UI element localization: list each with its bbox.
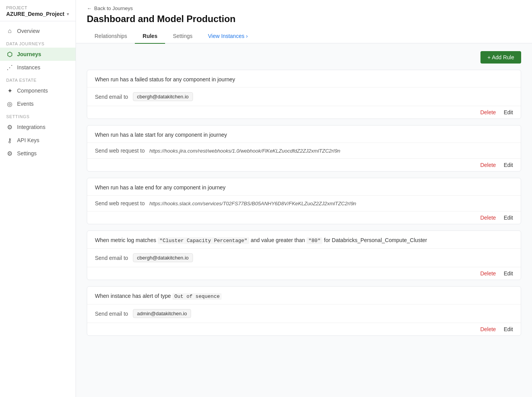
project-label: Project xyxy=(6,5,69,10)
delete-button-3[interactable]: Delete xyxy=(480,215,496,221)
rule-footer-3: Delete Edit xyxy=(87,211,521,224)
api-keys-icon: ⚷ xyxy=(6,137,13,144)
delete-button-4[interactable]: Delete xyxy=(480,270,496,277)
tab-relationships[interactable]: Relationships xyxy=(87,29,135,44)
tabs-bar: Relationships Rules Settings View Instan… xyxy=(87,29,521,44)
sidebar-label-journeys: Journeys xyxy=(17,51,41,57)
sidebar-section-data-journeys: Data Journeys xyxy=(0,38,76,48)
tab-rules[interactable]: Rules xyxy=(135,29,165,44)
rule-action-value-5: admin@datakitchen.io xyxy=(133,309,191,318)
sidebar-item-overview[interactable]: ⌂ Overview xyxy=(0,24,76,38)
rule-condition-prefix-5: When instance has alert of type xyxy=(95,293,172,299)
sidebar-label-components: Components xyxy=(17,88,48,94)
rules-content: + Add Rule When run has a failed status … xyxy=(76,43,532,397)
rule-footer-5: Delete Edit xyxy=(87,323,521,335)
tab-settings[interactable]: Settings xyxy=(165,29,200,44)
rule-action-label-2: Send web request to xyxy=(95,148,145,154)
tab-view-instances[interactable]: View Instances › xyxy=(200,29,256,44)
chevron-right-icon: › xyxy=(246,33,248,39)
sidebar-label-overview: Overview xyxy=(17,28,40,34)
main-header: ← Back to Journeys Dashboard and Model P… xyxy=(76,0,532,43)
back-link[interactable]: ← Back to Journeys xyxy=(87,0,133,13)
sidebar: Project AZURE_Demo_Project ▼ ⌂ Overview … xyxy=(0,0,76,397)
sidebar-nav: ⌂ Overview Data Journeys ⬡ Journeys ⋰ In… xyxy=(0,21,76,163)
edit-button-2[interactable]: Edit xyxy=(504,162,513,168)
sidebar-item-integrations[interactable]: ⚙ Integrations xyxy=(0,120,76,134)
home-icon: ⌂ xyxy=(6,27,13,34)
sidebar-label-instances: Instances xyxy=(17,64,40,70)
rule-card-1: When run has a failed status for any com… xyxy=(87,70,521,119)
sidebar-item-instances[interactable]: ⋰ Instances xyxy=(0,61,76,74)
chevron-down-icon: ▼ xyxy=(66,12,70,16)
settings-icon: ⚙ xyxy=(6,150,13,157)
view-instances-label: View Instances xyxy=(208,33,244,39)
instances-icon: ⋰ xyxy=(6,64,13,71)
rule-header-4: When metric log matches "Cluster Capacit… xyxy=(87,231,521,249)
rule-action-2: Send web request to https://hooks.jira.c… xyxy=(87,143,521,159)
components-icon: ✦ xyxy=(6,87,13,94)
add-rule-button[interactable]: + Add Rule xyxy=(480,51,521,64)
rule-condition-mid-4: and value greater than xyxy=(249,237,306,243)
sidebar-item-settings[interactable]: ⚙ Settings xyxy=(0,147,76,160)
rule-action-label-1: Send email to xyxy=(95,94,128,100)
rule-card-5: When instance has alert of type Out of s… xyxy=(87,286,521,336)
rule-condition-suffix-4: for Databricks_Personal_Compute_Cluster xyxy=(322,237,427,243)
rule-card-3: When run has a late end for any componen… xyxy=(87,178,521,224)
delete-button-1[interactable]: Delete xyxy=(480,109,496,115)
edit-button-5[interactable]: Edit xyxy=(504,326,513,332)
rule-card-2: When run has a late start for any compon… xyxy=(87,125,521,172)
rule-action-value-4: cbergh@datakitchen.io xyxy=(133,253,193,262)
sidebar-section-data-estate: Data Estate xyxy=(0,74,76,84)
rule-header-3: When run has a late end for any componen… xyxy=(87,178,521,196)
rule-card-4: When metric log matches "Cluster Capacit… xyxy=(87,230,521,280)
project-name-selector[interactable]: AZURE_Demo_Project ▼ xyxy=(6,11,69,17)
rule-action-url-2: https://hooks.jira.com/rest/webhooks/1.0… xyxy=(149,148,340,154)
sidebar-item-components[interactable]: ✦ Components xyxy=(0,84,76,97)
delete-button-2[interactable]: Delete xyxy=(480,162,496,168)
rule-header-2: When run has a late start for any compon… xyxy=(87,125,521,143)
sidebar-label-integrations: Integrations xyxy=(17,124,45,130)
rule-header-5: When instance has alert of type Out of s… xyxy=(87,287,521,304)
journeys-icon: ⬡ xyxy=(6,51,13,58)
sidebar-item-events[interactable]: ◎ Events xyxy=(0,97,76,110)
edit-button-1[interactable]: Edit xyxy=(504,109,513,115)
rule-footer-4: Delete Edit xyxy=(87,267,521,280)
rule-action-value-1: cbergh@datakitchen.io xyxy=(133,92,193,101)
sidebar-label-api-keys: API Keys xyxy=(17,137,40,143)
rule-footer-2: Delete Edit xyxy=(87,159,521,171)
sidebar-section-settings: Settings xyxy=(0,110,76,120)
back-arrow-icon: ← xyxy=(87,5,92,11)
edit-button-3[interactable]: Edit xyxy=(504,215,513,221)
sidebar-project: Project AZURE_Demo_Project ▼ xyxy=(0,0,76,21)
edit-button-4[interactable]: Edit xyxy=(504,270,513,277)
rule-action-5: Send email to admin@datakitchen.io xyxy=(87,304,521,323)
rule-action-4: Send email to cbergh@datakitchen.io xyxy=(87,249,521,267)
sidebar-label-events: Events xyxy=(17,101,34,107)
events-icon: ◎ xyxy=(6,100,13,107)
sidebar-item-api-keys[interactable]: ⚷ API Keys xyxy=(0,134,76,147)
rule-condition-3: When run has a late end for any componen… xyxy=(95,184,226,191)
sidebar-item-journeys[interactable]: ⬡ Journeys xyxy=(0,48,76,61)
delete-button-5[interactable]: Delete xyxy=(480,326,496,332)
project-name: AZURE_Demo_Project xyxy=(6,11,64,17)
rule-condition-2: When run has a late start for any compon… xyxy=(95,132,227,138)
back-link-text: Back to Journeys xyxy=(94,5,133,11)
rule-condition-code1-4: "Cluster Capacity Percentage" xyxy=(158,237,249,244)
main-content: ← Back to Journeys Dashboard and Model P… xyxy=(76,0,532,397)
rule-action-label-5: Send email to xyxy=(95,311,128,317)
rule-action-label-3: Send web request to xyxy=(95,200,145,206)
rule-action-label-4: Send email to xyxy=(95,255,128,261)
rule-footer-1: Delete Edit xyxy=(87,106,521,119)
rule-action-1: Send email to cbergh@datakitchen.io xyxy=(87,88,521,106)
integrations-icon: ⚙ xyxy=(6,124,13,131)
rule-condition-code-5: Out of sequence xyxy=(172,293,222,300)
rule-condition-prefix-4: When metric log matches xyxy=(95,237,158,243)
page-title: Dashboard and Model Production xyxy=(87,14,521,24)
rule-action-3: Send web request to https://hooks.slack.… xyxy=(87,196,521,211)
rule-action-url-3: https://hooks.slack.com/services/T02FS77… xyxy=(149,201,356,206)
toolbar: + Add Rule xyxy=(87,51,521,64)
rule-condition-code2-4: "80" xyxy=(306,237,322,244)
rule-condition-1: When run has a failed status for any com… xyxy=(95,76,235,82)
sidebar-label-settings: Settings xyxy=(17,150,37,156)
rule-header-1: When run has a failed status for any com… xyxy=(87,70,521,88)
